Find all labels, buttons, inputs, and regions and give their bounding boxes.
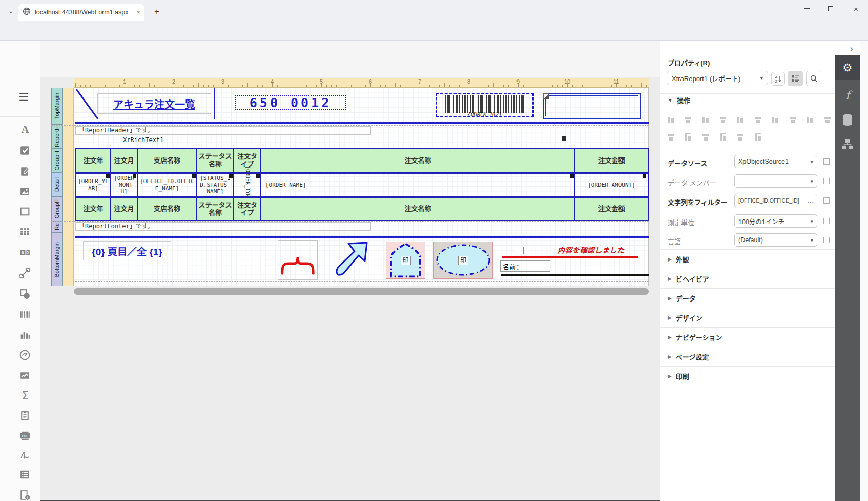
horizontal-scrollbar[interactable] <box>74 288 649 295</box>
property-checkbox[interactable] <box>823 197 830 204</box>
pdf-content-tool-icon[interactable]: PDF <box>18 429 31 442</box>
shape-tool-icon[interactable] <box>18 288 31 300</box>
diagonal-line-shape[interactable] <box>75 88 99 120</box>
header-cell[interactable]: 注文金額 <box>575 149 648 172</box>
panel-tool-icon[interactable] <box>18 205 31 218</box>
filter-string-field[interactable]: [OFFICE_ID.OFFICE_ID]… <box>734 194 817 207</box>
selection-handle[interactable] <box>133 174 136 178</box>
name-field-label[interactable]: 名前： <box>500 260 550 272</box>
brace-shape[interactable] <box>278 240 318 280</box>
band-label-groupheader[interactable]: GroupH <box>51 148 63 173</box>
property-checkbox[interactable] <box>823 218 830 224</box>
collapse-panel-icon[interactable]: › <box>850 44 853 54</box>
stamp-ellipse-shape[interactable]: 印 <box>433 242 493 279</box>
op-icon[interactable] <box>771 116 779 124</box>
band-label-topmargin[interactable]: TopMargin <box>51 88 63 125</box>
header-cell[interactable]: 注文名称 <box>261 149 575 172</box>
footer-header-cell[interactable]: 注文月 <box>111 198 138 220</box>
richtext-glyph-marker[interactable] <box>562 136 566 141</box>
detail-cell[interactable]: [OFFICE_ID.OFFICE_NAME] <box>138 174 197 196</box>
footer-header-cell[interactable]: 支店名称 <box>138 198 197 220</box>
band-label-reportfooter[interactable]: Re <box>51 221 63 233</box>
footer-header-cell[interactable]: 注文金額 <box>575 198 648 220</box>
rich-text-tool-icon[interactable] <box>18 165 31 178</box>
confirm-text-label[interactable]: 内容を確認しました <box>557 245 625 255</box>
op-icon[interactable] <box>806 116 814 124</box>
label-tool-icon[interactable]: A <box>18 123 31 135</box>
menu-icon[interactable]: ☰ <box>15 89 32 106</box>
new-tab-button[interactable]: + <box>150 5 163 18</box>
search-icon[interactable] <box>806 71 821 86</box>
category-view-icon[interactable] <box>788 71 803 86</box>
datamember-select[interactable]: ▾ <box>734 174 817 188</box>
report-title-label[interactable]: アキュラ注文一覧 <box>97 93 211 114</box>
op-icon[interactable] <box>736 133 745 142</box>
datasource-select[interactable]: XpObjectSource1▾ <box>734 155 817 168</box>
maximize-button[interactable] <box>821 1 840 16</box>
gauge-tool-icon[interactable] <box>18 349 31 362</box>
header-cell[interactable]: 注文年 <box>76 149 111 172</box>
page-info-label[interactable]: {0} 頁目／全 {1} <box>83 241 171 260</box>
tab-search-icon[interactable]: ⌄ <box>4 4 17 17</box>
red-line-shape[interactable] <box>502 256 638 258</box>
op-icon[interactable] <box>789 116 797 124</box>
sort-az-icon[interactable]: AZ <box>771 72 785 86</box>
footer-header-cell[interactable]: 注文タイプ <box>234 198 261 220</box>
ellipsis-button[interactable]: … <box>807 197 813 204</box>
selection-handle[interactable] <box>192 174 196 178</box>
language-select[interactable]: (Default)▾ <box>734 233 817 247</box>
report-footer-label[interactable]: 「ReportFooter」です。 <box>75 222 371 231</box>
signature-tool-icon[interactable] <box>18 449 31 462</box>
op-icon[interactable] <box>719 116 727 124</box>
band-label-groupfooter[interactable]: GroupF <box>51 197 63 221</box>
property-checkbox[interactable] <box>823 178 830 184</box>
op-icon[interactable] <box>667 133 675 142</box>
confirm-checkbox[interactable] <box>516 247 524 254</box>
table-of-contents-tool-icon[interactable] <box>18 468 31 481</box>
band-label-bottommargin[interactable]: BottomMargin <box>51 233 63 286</box>
header-cell[interactable]: 注文月 <box>111 149 138 172</box>
selection-handle[interactable] <box>256 174 260 178</box>
empty-panel-element[interactable] <box>543 93 641 119</box>
band-label-reportheader[interactable]: ReportH <box>51 125 63 148</box>
op-icon[interactable] <box>684 116 692 124</box>
arrow-shape[interactable] <box>333 241 371 280</box>
table-tool-icon[interactable] <box>18 226 31 238</box>
property-checkbox[interactable] <box>823 237 830 243</box>
vertical-line-shape[interactable] <box>214 88 215 119</box>
stamp-pentagon-shape[interactable]: 印 <box>386 242 425 279</box>
operations-section-header[interactable]: ▼ 操作 <box>668 94 690 106</box>
op-icon[interactable] <box>754 133 762 142</box>
selection-handle[interactable] <box>229 174 233 178</box>
barcode-element[interactable]: AQUREK-2021 <box>436 93 534 117</box>
op-icon[interactable] <box>667 116 675 124</box>
report-explorer-icon[interactable] <box>835 133 860 156</box>
selection-handle[interactable] <box>570 174 574 178</box>
thick-line-shape[interactable] <box>75 122 649 124</box>
footer-header-cell[interactable]: 注文名称 <box>261 198 575 220</box>
page-break-tool-icon[interactable] <box>18 409 31 422</box>
op-icon[interactable] <box>684 133 692 142</box>
richtext-element[interactable]: XrRichText1 <box>123 136 163 144</box>
band-label-detail[interactable]: Detail <box>51 173 63 197</box>
settings-gear-icon[interactable]: ⚙ <box>835 55 860 80</box>
selection-handle[interactable] <box>106 174 110 178</box>
chart-tool-icon[interactable] <box>18 329 31 342</box>
black-line-shape[interactable] <box>501 274 649 276</box>
measure-units-select[interactable]: 100分の1インチ▾ <box>734 214 817 228</box>
close-button[interactable]: × <box>845 1 867 16</box>
browser-tab[interactable]: localhost:44388/WebForm1.aspx × <box>18 4 144 21</box>
op-icon[interactable] <box>823 116 832 124</box>
detail-cell[interactable]: [ORDER_AMOUNT] <box>575 174 648 196</box>
tab-close-icon[interactable]: × <box>136 8 140 16</box>
document-info-tool-icon[interactable]: i <box>18 489 31 501</box>
footer-header-cell[interactable]: 注文年 <box>76 198 111 220</box>
detail-cell[interactable]: [ORDER_NAME] <box>261 174 575 196</box>
sparkline-tool-icon[interactable] <box>18 369 31 382</box>
header-cell[interactable]: 支店名称 <box>138 149 197 172</box>
op-icon[interactable] <box>736 116 745 124</box>
op-icon[interactable] <box>719 133 727 142</box>
page-info-tool-icon[interactable]: Σ <box>18 389 31 402</box>
character-comb-tool-icon[interactable]: ab <box>18 246 31 259</box>
report-selector[interactable]: XtraReport1 (レポート)▾ <box>667 71 768 85</box>
